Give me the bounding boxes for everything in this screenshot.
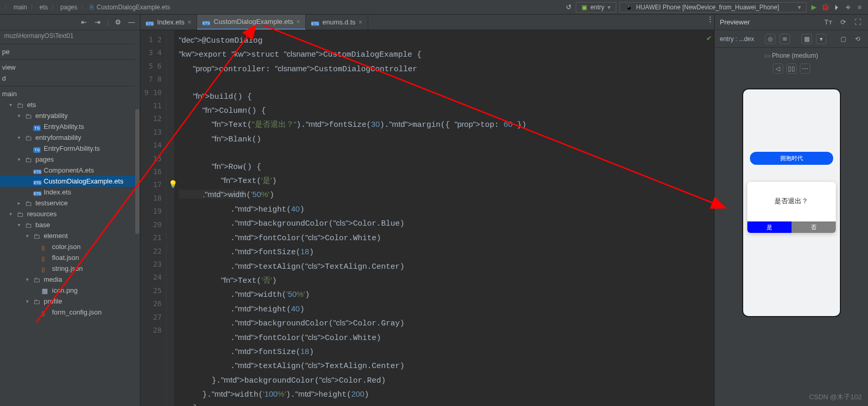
chevron-icon[interactable]: ▾ xyxy=(26,233,31,239)
chevron-icon[interactable]: ▾ xyxy=(18,113,23,119)
tree-label: EntryFormAbility.ts xyxy=(44,145,100,152)
chevron-icon[interactable]: ▾ xyxy=(18,135,23,140)
tree-item[interactable]: ▾media xyxy=(0,274,140,285)
close-icon[interactable]: × xyxy=(296,18,300,25)
grid-icon[interactable]: ▦ xyxy=(801,34,812,44)
close-icon[interactable]: × xyxy=(188,19,191,26)
attach-icon[interactable]: ⎆ xyxy=(844,3,852,11)
back-icon[interactable]: ◁ xyxy=(773,63,783,74)
tree-item[interactable]: ▾entryformability xyxy=(0,132,140,143)
dialog-title: 是否退出？ xyxy=(747,197,836,221)
project-path: muzi\HormanyOS\Text01 xyxy=(0,30,140,42)
fold-gutter[interactable] xyxy=(166,30,174,406)
tree-item[interactable]: icon.png xyxy=(0,285,140,296)
status-ok-icon: ✔ xyxy=(706,34,712,42)
editor-body[interactable]: 1 2 3 4 5 6 7 8 9 10 11 12 13 14 15 16 1… xyxy=(140,30,714,406)
phone-top-button[interactable]: 拥抱时代 xyxy=(750,152,833,165)
device-selector[interactable]: 📱 HUAWEI Phone [NewDevice_from_Huawei_Ph… xyxy=(619,2,807,12)
layers-icon[interactable]: ≋ xyxy=(780,34,790,44)
side-section-main[interactable]: main xyxy=(0,88,140,99)
lightbulb-icon[interactable]: 💡 xyxy=(169,180,177,188)
dialog-no-button[interactable]: 否 xyxy=(792,221,836,233)
tree-item[interactable]: color.json xyxy=(0,241,140,252)
run-icon[interactable]: ▶ xyxy=(810,3,818,11)
project-tree[interactable]: ▾ets▾entryabilityEntryAbility.ts▾entryfo… xyxy=(0,99,140,406)
split-icon[interactable]: ▯▯ xyxy=(786,63,797,74)
rotate-icon[interactable]: ⟲ xyxy=(852,34,863,44)
tree-item[interactable]: EntryFormAbility.ts xyxy=(0,143,140,154)
tab-menu-icon[interactable]: ⋮ xyxy=(706,15,714,23)
crumb-ets[interactable]: ets xyxy=(40,4,48,11)
chevron-icon[interactable]: ▾ xyxy=(26,298,31,304)
more-icon[interactable]: ⋯ xyxy=(800,63,810,74)
crumb-pages[interactable]: pages xyxy=(60,4,77,11)
sync-icon[interactable]: ↺ xyxy=(564,3,573,11)
side-section-pe[interactable]: pe xyxy=(0,46,140,57)
tree-item[interactable]: ▾resources xyxy=(0,208,140,219)
tree-item[interactable]: ▾ets xyxy=(0,99,140,110)
crop-icon[interactable]: ▢ xyxy=(838,34,848,44)
tree-label: CustomDialogExample.ets xyxy=(44,177,123,185)
refresh-icon[interactable]: ⟳ xyxy=(838,17,848,28)
tree-item[interactable]: ▾base xyxy=(0,219,140,230)
json-icon xyxy=(42,243,50,251)
breadcrumb[interactable]: 〉 main 〉 ets 〉 pages 〉 ⎘ CustomDialogExa… xyxy=(4,3,170,11)
tree-item[interactable]: ComponentA.ets xyxy=(0,165,140,176)
side-section-d[interactable]: d xyxy=(0,73,140,84)
tree-item[interactable]: ▸testservice xyxy=(0,198,140,208)
module-selector[interactable]: ▣ entry ▾ xyxy=(576,2,616,12)
editor-area: Index.ets×CustomDialogExample.ets×enums.… xyxy=(140,15,714,406)
tree-scrollbar[interactable] xyxy=(135,31,139,291)
tree-item[interactable]: ▾pages xyxy=(0,154,140,165)
settings-icon[interactable]: ⛶ xyxy=(852,17,863,28)
stop-icon[interactable]: ■ xyxy=(856,3,864,11)
minimize-icon[interactable]: — xyxy=(127,18,136,27)
inspect-icon[interactable]: ◎ xyxy=(765,34,775,44)
chevron-icon[interactable]: ▾ xyxy=(9,102,15,108)
chevron-icon[interactable]: ▾ xyxy=(9,211,15,217)
tree-item[interactable]: CustomDialogExample.ets xyxy=(0,176,140,187)
debug-icon[interactable]: 🐞 xyxy=(821,3,830,11)
crumb-main[interactable]: main xyxy=(14,4,27,11)
folder-icon xyxy=(33,298,42,305)
side-section-view[interactable]: view xyxy=(0,62,140,73)
editor-tab[interactable]: Index.ets× xyxy=(140,15,197,30)
gear-icon[interactable]: ⚙ xyxy=(114,18,122,27)
phone-icon: ▭ xyxy=(765,52,770,59)
crumb-file[interactable]: CustomDialogExample.ets xyxy=(97,4,170,11)
tree-item[interactable]: ▾element xyxy=(0,230,140,241)
close-icon[interactable]: × xyxy=(359,19,362,26)
tree-item[interactable]: ▾entryability xyxy=(0,110,140,121)
editor-tab[interactable]: enums.d.ts× xyxy=(306,15,368,30)
chevron-right-icon: 〉 xyxy=(81,3,87,11)
folder-icon xyxy=(17,101,25,109)
tree-item[interactable]: Index.ets xyxy=(0,187,140,198)
code-content[interactable]: "dec">@CustomDialog "kw">export "kw">str… xyxy=(174,30,714,406)
chevron-icon[interactable]: ▾ xyxy=(26,277,31,282)
preview-device-label: ▭ Phone (medium) xyxy=(715,48,868,63)
tree-item[interactable]: EntryAbility.ts xyxy=(0,121,140,132)
folder-icon xyxy=(33,276,42,283)
chevron-icon[interactable]: ▾ xyxy=(18,156,23,162)
tree-label: color.json xyxy=(52,243,81,251)
tree-label: form_config.json xyxy=(52,308,101,316)
dialog-yes-button[interactable]: 是 xyxy=(747,221,792,233)
dropdown-icon[interactable]: ▾ xyxy=(816,34,826,44)
editor-tab[interactable]: CustomDialogExample.ets× xyxy=(197,15,306,30)
expand-icon[interactable]: ⇥ xyxy=(94,18,102,27)
tree-item[interactable]: ▾profile xyxy=(0,296,140,307)
profile-icon[interactable]: ⏵ xyxy=(833,3,841,11)
tree-label: element xyxy=(44,232,68,240)
collapse-icon[interactable]: ⇤ xyxy=(80,18,88,27)
tree-item[interactable]: string.json xyxy=(0,263,140,274)
tree-label: entryability xyxy=(35,112,68,120)
ets-icon xyxy=(33,167,42,174)
tree-label: pages xyxy=(35,155,54,163)
chevron-icon[interactable]: ▾ xyxy=(18,222,23,228)
tree-item[interactable]: float.json xyxy=(0,252,140,263)
device-label: HUAWEI Phone [NewDevice_from_Huawei_Phon… xyxy=(636,4,779,11)
preview-entry-label[interactable]: entry : ...dex xyxy=(720,35,754,43)
text-size-icon[interactable]: Tᴛ xyxy=(823,17,834,28)
tree-item[interactable]: form_config.json xyxy=(0,307,140,318)
chevron-icon[interactable]: ▸ xyxy=(18,200,23,206)
